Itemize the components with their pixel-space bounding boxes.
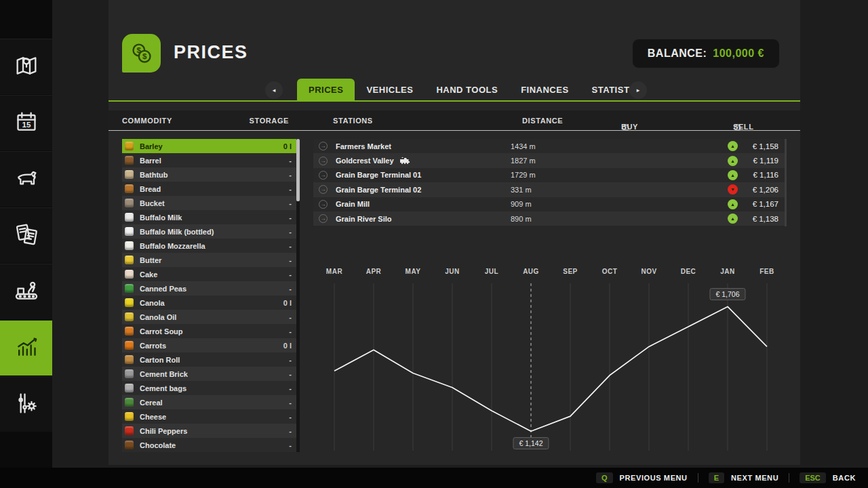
commodity-row[interactable]: Buffalo Mozzarella - [122,239,296,253]
commodity-scrollbar-thumb[interactable] [296,139,300,201]
commodity-row[interactable]: Cement Brick - [122,367,296,381]
commodity-row[interactable]: Cake - [122,267,296,281]
carrots-icon [125,341,134,350]
month-tick-label: OCT [602,268,618,275]
chocolate-icon [125,441,134,449]
commodity-name: Carrot Soup [140,327,289,336]
hotkey-key: ESC [800,472,826,483]
station-row[interactable]: → Grain River Silo 890 m ▲ € 1,138 [313,211,785,226]
station-distance: 1729 m [511,171,728,179]
hotkey-item[interactable]: ESC BACK [778,472,856,483]
commodity-scrollbar[interactable] [296,139,300,452]
prev-tab-arrow-icon[interactable]: ◂ [265,81,283,99]
sidebar-item-calendar[interactable]: 15 [0,95,52,150]
commodity-row[interactable]: Bathtub - [122,167,296,182]
commodity-row[interactable]: Carrots 0 l [122,338,296,352]
commodity-row[interactable]: Carton Roll - [122,352,296,367]
station-row[interactable]: → Grain Barge Terminal 01 1729 m ▲ € 1,1… [313,168,785,182]
sidebar-item-map[interactable] [0,39,52,94]
tab[interactable]: HAND TOOLS [425,79,509,102]
station-row[interactable]: → Farmers Market 1434 m ▲ € 1,158 [313,139,785,153]
page-title: PRICES [174,42,248,63]
commodity-row[interactable]: Barley 0 l [122,139,296,153]
commodity-row[interactable]: Canola Oil - [122,310,296,324]
commodity-name: Carton Roll [140,356,289,364]
station-row[interactable]: → Goldcrest Valley 1827 m ▲ € 1,119 [313,153,785,167]
butter-icon [125,256,134,264]
commodity-name: Buffalo Milk (bottled) [140,228,289,236]
commodity-name: Canola Oil [140,313,289,321]
balance-value: 100,000 € [713,47,764,60]
commodity-storage: - [289,199,292,207]
sidebar-item-production[interactable] [0,264,52,319]
sidebar-item-settings[interactable] [0,376,52,432]
price-trend-icon: ▲ [728,141,738,151]
goto-station-icon: → [319,171,328,180]
commodity-storage: - [289,327,292,336]
station-scrollbar[interactable] [785,139,787,226]
prices-panel: $ $ PRICES BALANCE: 100,000 € ◂ PRICESVE… [108,0,800,465]
sidebar-item-contracts[interactable] [0,207,52,263]
station-row[interactable]: → Grain Barge Terminal 02 331 m ▼ € 1,20… [313,182,785,197]
commodity-row[interactable]: Barrel - [122,153,296,167]
column-storage: STORAGE [228,117,289,125]
tab[interactable]: FINANCES [509,79,580,102]
hotkey-item[interactable]: Q PREVIOUS MENU [596,472,688,483]
commodity-storage: - [289,270,292,279]
column-commodity: COMMODITY [122,117,172,125]
tab[interactable]: VEHICLES [355,79,425,102]
station-row[interactable]: → Grain Mill 909 m ▲ € 1,167 [313,197,785,211]
commodity-name: Cement Brick [140,370,289,378]
next-tab-arrow-icon[interactable]: ▸ [629,81,647,99]
commodity-row[interactable]: Bucket - [122,196,296,210]
commodity-row[interactable]: Chili Peppers - [122,424,296,438]
commodity-name: Chocolate [140,441,289,449]
chart-plot-area: € 1,706€ 1,142 [313,283,785,453]
commodity-storage: - [289,356,292,364]
commodity-name: Barley [140,142,283,150]
commodity-row[interactable]: Canola 0 l [122,296,296,310]
station-sell-price: € 1,158 [743,142,778,150]
commodity-row[interactable]: Butter - [122,253,296,267]
balance-label: BALANCE: [648,47,707,60]
commodity-storage: - [289,171,292,179]
svg-text:$: $ [142,52,146,60]
commodity-row[interactable]: Buffalo Milk (bottled) - [122,224,296,239]
sidebar-item-statistics[interactable] [0,320,52,375]
main-sidebar: 15 [0,0,52,488]
station-name: Grain River Silo [336,215,511,223]
price-annotation: € 1,142 [513,437,549,449]
commodity-row[interactable]: Cement bags - [122,381,296,395]
commodity-name: Canned Peas [140,285,289,293]
commodity-row[interactable]: Chocolate - [122,438,296,452]
chili-peppers-icon [125,426,134,435]
carton-roll-icon [125,355,134,364]
commodity-storage: - [289,384,292,392]
commodity-row[interactable]: Cereal - [122,395,296,409]
commodity-storage: - [289,313,292,321]
commodity-list: Barley 0 l Barrel - Bathtub - Bread - Bu [122,139,296,452]
sidebar-item-animals[interactable] [0,151,52,207]
cheese-icon [125,412,134,421]
commodity-row[interactable]: Carrot Soup - [122,324,296,338]
commodity-row[interactable]: Buffalo Milk - [122,210,296,224]
month-tick-label: SEP [563,268,578,275]
hotkey-item[interactable]: E NEXT MENU [688,472,779,483]
commodity-row[interactable]: Cheese - [122,409,296,424]
month-tick-label: MAR [326,268,342,275]
carrot-soup-icon [125,327,134,336]
station-sell-price: € 1,119 [743,157,778,165]
commodity-storage: - [289,427,292,435]
commodity-row[interactable]: Canned Peas - [122,281,296,296]
calendar-icon: 15 [13,108,40,138]
tab[interactable]: PRICES [297,79,355,102]
goto-station-icon: → [319,157,328,165]
commodity-name: Bucket [140,199,289,207]
station-name: Grain Barge Terminal 02 [336,186,511,194]
commodity-row[interactable]: Bread - [122,182,296,196]
station-distance: 1827 m [511,157,728,165]
price-trend-icon: ▲ [728,214,738,224]
station-distance: 1434 m [511,142,728,150]
goto-station-icon: → [319,200,328,209]
station-name: Goldcrest Valley [336,157,511,165]
